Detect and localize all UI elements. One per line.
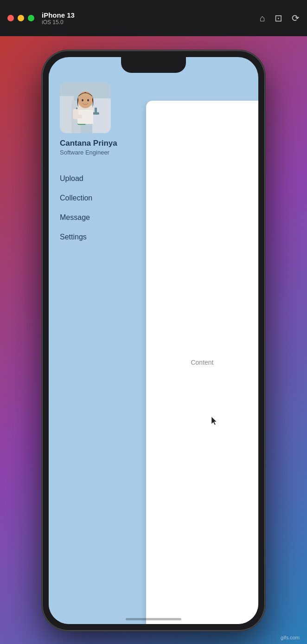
maximize-button[interactable] bbox=[28, 15, 34, 21]
phone-frame: Cantana Prinya Software Engineer Upload … bbox=[42, 51, 265, 631]
close-button[interactable] bbox=[7, 15, 14, 21]
nav-item-message[interactable]: Message bbox=[60, 213, 135, 222]
mac-titlebar: iPhone 13 iOS 15.0 ⌂ ⊡ ⟳ bbox=[0, 0, 307, 36]
notch bbox=[121, 57, 186, 73]
nav-menu: Upload Collection Message Settings bbox=[60, 174, 135, 241]
user-title: Software Engineer bbox=[60, 149, 135, 156]
cursor-icon bbox=[211, 417, 218, 425]
watermark: gifs.com bbox=[281, 635, 300, 640]
screen-content: Cantana Prinya Software Engineer Upload … bbox=[49, 73, 258, 624]
nav-item-upload[interactable]: Upload bbox=[60, 174, 135, 183]
nav-item-collection[interactable]: Collection bbox=[60, 194, 135, 202]
svg-rect-6 bbox=[95, 108, 97, 115]
phone-wrapper: Cantana Prinya Software Engineer Upload … bbox=[42, 51, 265, 631]
svg-rect-3 bbox=[92, 98, 111, 133]
nav-item-settings[interactable]: Settings bbox=[60, 233, 135, 241]
profile-section: Cantana Prinya Software Engineer bbox=[60, 82, 135, 156]
titlebar-icons: ⌂ ⊡ ⟳ bbox=[260, 13, 300, 24]
sidebar-layout: Cantana Prinya Software Engineer Upload … bbox=[49, 73, 258, 624]
device-name: iPhone 13 bbox=[42, 11, 75, 19]
rotate-icon[interactable]: ⟳ bbox=[292, 13, 300, 24]
avatar bbox=[60, 82, 111, 133]
svg-point-10 bbox=[82, 99, 83, 102]
content-area: Content bbox=[146, 101, 258, 624]
phone-screen: Cantana Prinya Software Engineer Upload … bbox=[49, 57, 258, 624]
minimize-button[interactable] bbox=[18, 15, 24, 21]
home-icon[interactable]: ⌂ bbox=[260, 13, 265, 24]
sidebar: Cantana Prinya Software Engineer Upload … bbox=[49, 73, 146, 624]
titlebar-info: iPhone 13 iOS 15.0 bbox=[42, 11, 75, 26]
user-name: Cantana Prinya bbox=[60, 139, 135, 148]
screenshot-icon[interactable]: ⊡ bbox=[275, 13, 282, 24]
svg-rect-14 bbox=[73, 115, 82, 118]
svg-point-11 bbox=[87, 99, 89, 102]
home-indicator bbox=[126, 618, 181, 620]
ios-version: iOS 15.0 bbox=[42, 19, 75, 26]
svg-point-9 bbox=[78, 91, 93, 108]
content-label: Content bbox=[191, 359, 213, 366]
traffic-lights bbox=[7, 15, 34, 21]
